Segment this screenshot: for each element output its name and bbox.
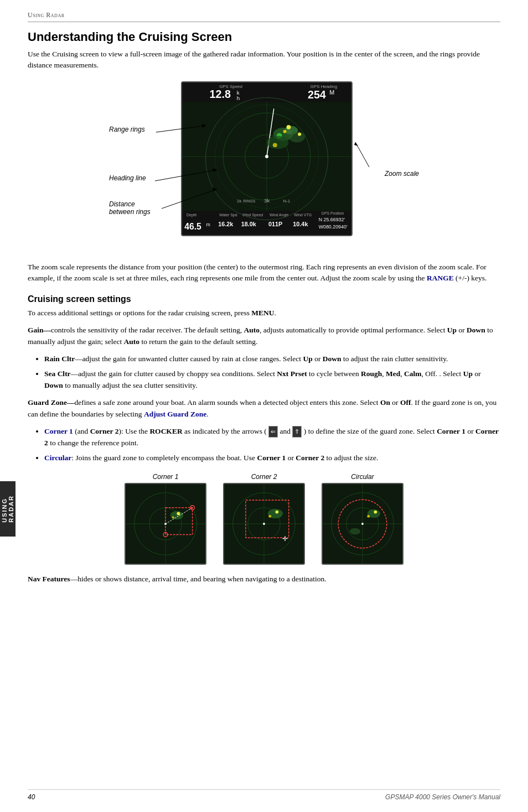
callout-distance-rings: Distance between rings — [109, 200, 151, 216]
cruising-intro-paragraph: To access additional settings or options… — [28, 308, 500, 319]
callout-heading-line: Heading line — [109, 174, 146, 182]
svg-point-18 — [286, 124, 291, 129]
svg-text:3k: 3k — [264, 197, 270, 203]
svg-text:M: M — [329, 89, 334, 95]
svg-point-86 — [361, 523, 364, 525]
svg-point-22 — [298, 132, 301, 136]
side-tab: Using Radar — [0, 481, 15, 537]
radar-diagram-container: GPS Speed 12.8 k h GPS Heading 254 M — [28, 81, 500, 253]
arrow-left-icon: ⇐ — [268, 426, 278, 438]
callout-range-rings: Range rings — [109, 126, 145, 133]
footer-title: GPSMAP 4000 Series Owner's Manual — [385, 793, 500, 801]
svg-point-17 — [285, 126, 298, 134]
svg-point-60 — [172, 516, 174, 518]
breadcrumb: Using Radar — [28, 11, 500, 22]
footer: 40 GPSMAP 4000 Series Owner's Manual — [28, 789, 500, 801]
arrow-up-icon: ⇑ — [292, 426, 302, 438]
range-keyword: RANGE — [427, 274, 454, 282]
callout-zoom-scale: Zoom scale — [385, 170, 419, 178]
list-item-sea-cltr: Sea Cltr—adjust the gain for clutter cau… — [44, 368, 500, 392]
svg-point-62 — [164, 523, 167, 525]
svg-point-74 — [263, 523, 265, 525]
list-item-circular: Circular: Joins the guard zone to comple… — [44, 452, 500, 464]
svg-marker-51 — [354, 142, 358, 146]
svg-text:m: m — [206, 222, 210, 227]
radar-diagram: GPS Speed 12.8 k h GPS Heading 254 M — [109, 81, 419, 253]
svg-point-14 — [215, 105, 318, 208]
svg-point-19 — [283, 129, 287, 133]
radar-thumb-corner1 — [125, 483, 206, 565]
gain-paragraph: Gain—controls the sensitivity of the rad… — [28, 325, 500, 348]
svg-point-59 — [177, 512, 180, 515]
svg-text:18.0k: 18.0k — [241, 221, 257, 227]
svg-text:GPS Position: GPS Position — [322, 211, 344, 215]
svg-text:Wind Angle: Wind Angle — [270, 213, 289, 217]
nav-features-paragraph: Nav Features—hides or shows distance, ar… — [28, 574, 500, 585]
image-corner2: Corner 2 ✛ — [223, 473, 305, 565]
guard-zone-paragraph: Guard Zone—defines a safe zone around yo… — [28, 397, 500, 420]
caption-circular: Circular — [322, 473, 403, 481]
svg-point-23 — [267, 136, 288, 149]
svg-text:Water Spd: Water Spd — [219, 213, 237, 217]
page-title: Understanding the Cruising Screen — [28, 30, 500, 44]
svg-point-12 — [245, 134, 289, 178]
svg-point-25 — [265, 155, 268, 158]
svg-text:16.2k: 16.2k — [218, 221, 234, 227]
svg-point-16 — [273, 127, 293, 140]
svg-text:46.5: 46.5 — [184, 222, 201, 231]
radar-screen: GPS Speed 12.8 k h GPS Heading 254 M — [181, 81, 353, 236]
guard-zone-bullet-list: Corner 1 (and Corner 2): Use the ROCKER … — [44, 426, 500, 464]
section-heading-cruising: Cruising screen settings — [28, 294, 500, 304]
radar-thumb-circular — [322, 483, 403, 565]
svg-text:✛: ✛ — [282, 535, 288, 542]
svg-point-85 — [350, 528, 360, 534]
list-item-corner12: Corner 1 (and Corner 2): Use the ROCKER … — [44, 426, 500, 449]
svg-point-13 — [223, 113, 310, 200]
svg-line-15 — [267, 108, 274, 157]
svg-point-73 — [268, 515, 271, 518]
svg-line-50 — [355, 142, 369, 167]
clutter-bullet-list: Rain Cltr—adjust the gain for unwanted c… — [44, 353, 500, 392]
svg-point-84 — [367, 515, 370, 518]
svg-text:12.8: 12.8 — [210, 87, 231, 100]
svg-point-72 — [275, 510, 278, 513]
svg-text:Wind Speed: Wind Speed — [242, 213, 263, 217]
svg-point-58 — [170, 511, 183, 519]
svg-text:W080.20940': W080.20940' — [319, 224, 348, 230]
svg-text:1k: 1k — [237, 198, 241, 203]
list-item-rain-cltr: Rain Cltr—adjust the gain for unwanted c… — [44, 353, 500, 365]
image-circular: Circular — [322, 473, 403, 565]
svg-point-83 — [374, 510, 377, 513]
svg-text:Wind VTG: Wind VTG — [294, 213, 312, 217]
svg-text:254: 254 — [308, 88, 326, 100]
caption-corner2: Corner 2 — [223, 473, 305, 481]
intro-paragraph: Use the Cruising screen to view a full-s… — [28, 49, 500, 71]
radar-thumb-corner2: ✛ — [223, 483, 305, 565]
svg-text:RINGS: RINGS — [244, 199, 256, 202]
svg-point-20 — [277, 133, 282, 138]
svg-point-21 — [288, 131, 305, 142]
footer-page-number: 40 — [28, 793, 35, 801]
caption-corner1: Corner 1 — [125, 473, 206, 481]
zoom-paragraph: The zoom scale represents the distance f… — [28, 262, 500, 285]
svg-text:10.4k: 10.4k — [293, 221, 308, 227]
svg-text:N-1: N-1 — [283, 198, 291, 203]
radar-images-row: Corner 1 — [28, 473, 500, 565]
svg-text:N 25.66932': N 25.66932' — [319, 217, 345, 222]
menu-keyword: MENU — [251, 309, 274, 317]
svg-point-24 — [273, 143, 277, 147]
image-corner1: Corner 1 — [125, 473, 206, 565]
svg-text:h: h — [237, 95, 240, 101]
svg-text:Depth: Depth — [187, 213, 197, 217]
svg-text:011P: 011P — [268, 221, 282, 227]
